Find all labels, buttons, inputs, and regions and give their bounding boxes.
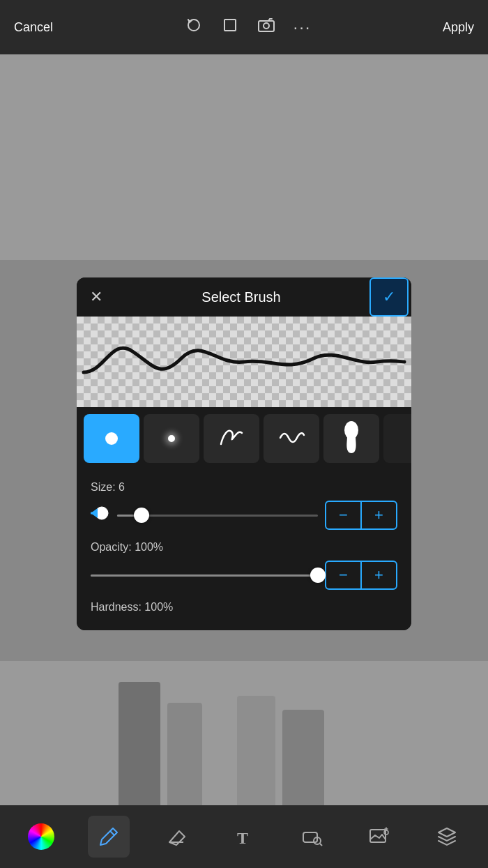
opacity-decrease-button[interactable]: − (325, 561, 361, 590)
svg-text:T: T (237, 829, 248, 847)
brush-type-next[interactable] (383, 414, 411, 463)
modal-title: Select Brush (201, 289, 280, 305)
hardness-label-partial: Hardness: 100% (91, 601, 173, 613)
layers-tool-icon (436, 825, 458, 848)
opacity-slider-track[interactable] (91, 574, 318, 577)
modal-confirm-button[interactable]: ✓ (369, 277, 409, 317)
brush-type-soft[interactable] (144, 414, 199, 463)
bg-legs (0, 661, 488, 807)
brush-type-drip[interactable] (323, 414, 379, 463)
size-label: Size: 6 (91, 481, 397, 494)
brush-type-round[interactable] (84, 414, 139, 463)
bottom-toolbar: T (0, 805, 488, 868)
canvas-area: ✕ Select Brush ✓ (0, 54, 488, 868)
size-decrease-button[interactable]: − (325, 501, 361, 530)
brush-tool-button[interactable] (88, 816, 130, 858)
opacity-label: Opacity: 100% (91, 541, 397, 554)
brush-stroke-svg (77, 317, 411, 407)
toolbar-left: Cancel (14, 20, 53, 35)
brush-tool-icon (98, 825, 120, 848)
opacity-slider-container (91, 574, 318, 577)
opacity-slider-row: Opacity: 100% − + (91, 541, 397, 590)
script-brush-icon (218, 425, 245, 453)
brush-type-script[interactable] (204, 414, 259, 463)
select-brush-modal: ✕ Select Brush ✓ (77, 277, 411, 630)
more-button[interactable]: ··· (293, 17, 311, 37)
undo-button[interactable] (184, 15, 204, 39)
svg-line-11 (320, 844, 322, 846)
svg-point-2 (264, 23, 269, 29)
svg-rect-0 (224, 20, 236, 31)
opacity-slider-thumb[interactable] (310, 568, 326, 583)
eraser-tool-button[interactable] (155, 816, 197, 858)
layers-tool-button[interactable] (426, 816, 468, 858)
opacity-btn-group: − + (325, 561, 397, 590)
camera-button[interactable] (257, 15, 276, 39)
image-tool-icon (368, 825, 390, 848)
opacity-slider-fill (91, 574, 318, 577)
opacity-increase-button[interactable]: + (361, 561, 397, 590)
brush-type-selector (77, 407, 411, 470)
color-tool-button[interactable] (20, 816, 62, 858)
size-slider-container (91, 504, 318, 526)
size-btn-group: − + (325, 501, 397, 530)
size-increase-button[interactable]: + (361, 501, 397, 530)
soft-brush-icon (168, 435, 175, 442)
hardness-partial-row: Hardness: 100% (91, 601, 397, 619)
text-tool-icon: T (233, 825, 255, 848)
size-slider-thumb[interactable] (134, 508, 149, 523)
top-toolbar: Cancel ··· Apply (0, 0, 488, 54)
size-slider-arrow-icon (91, 504, 113, 526)
selection-tool-button[interactable] (291, 816, 333, 858)
toolbar-center: ··· (184, 15, 311, 39)
crop-button[interactable] (220, 15, 240, 39)
color-wheel-icon (28, 823, 54, 850)
eraser-tool-icon (165, 825, 188, 848)
text-tool-button[interactable]: T (223, 816, 265, 858)
brush-type-wave[interactable] (264, 414, 319, 463)
modal-close-button[interactable]: ✕ (77, 277, 116, 317)
opacity-slider-controls: − + (91, 561, 397, 590)
drip-brush-icon (337, 420, 365, 457)
selection-tool-icon (300, 825, 323, 848)
brush-preview (77, 317, 411, 407)
sliders-section: Size: 6 (77, 470, 411, 630)
size-slider-track[interactable] (117, 515, 318, 517)
bg-upper (0, 54, 488, 260)
apply-button[interactable]: Apply (443, 20, 474, 35)
size-slider-row: Size: 6 (91, 481, 397, 530)
image-tool-button[interactable] (358, 816, 400, 858)
size-slider-controls: − + (91, 501, 397, 530)
round-brush-icon (105, 432, 118, 445)
wave-brush-icon (277, 425, 305, 452)
modal-header: ✕ Select Brush ✓ (77, 277, 411, 317)
cancel-button[interactable]: Cancel (14, 20, 53, 35)
